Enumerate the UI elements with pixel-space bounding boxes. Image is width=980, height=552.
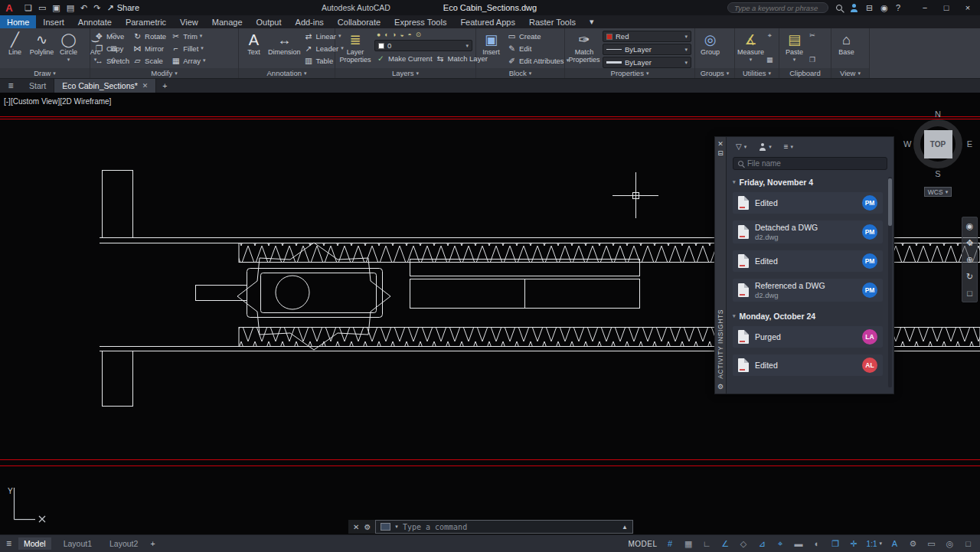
file-name-search[interactable] xyxy=(733,157,887,170)
palette-autohide-icon[interactable]: ⊟ xyxy=(717,149,724,158)
activity-item[interactable]: Referenced a DWG d2.dwg PM xyxy=(733,279,883,302)
annotation-monitor-toggle[interactable]: ▭ xyxy=(926,539,937,549)
maximize-button[interactable]: □ xyxy=(936,3,957,12)
user-account-icon[interactable] xyxy=(850,4,858,12)
base-view-tool[interactable]: ⌂Base xyxy=(834,30,859,57)
edit-block-tool[interactable]: ✎Edit xyxy=(505,42,570,54)
panel-clipboard-label[interactable]: Clipboard xyxy=(779,68,831,78)
wcs-dropdown[interactable]: WCS▾ xyxy=(924,187,952,197)
polar-tracking-toggle[interactable]: ∠ xyxy=(720,539,731,549)
object-snap-toggle[interactable]: ⌖ xyxy=(775,539,786,549)
ribbon-tab-collaborate[interactable]: Collaborate xyxy=(331,15,387,28)
command-input-field[interactable]: ▾ ▲ xyxy=(375,520,633,534)
layout1-tab[interactable]: Layout1 xyxy=(58,537,97,550)
palette-close-icon[interactable]: ✕ xyxy=(717,139,724,149)
ortho-toggle[interactable]: ∟ xyxy=(701,539,713,548)
clean-screen-button[interactable]: □ xyxy=(962,539,974,548)
ribbon-tab-home[interactable]: Home xyxy=(0,15,36,28)
create-block-tool[interactable]: ▭Create xyxy=(505,30,570,42)
ribbon-tab-view[interactable]: View xyxy=(173,15,205,28)
polyline-tool[interactable]: ∿Polyline xyxy=(29,30,54,57)
dimension-tool[interactable]: ↔Dimension xyxy=(268,30,301,57)
layout-menu-icon[interactable]: ≡ xyxy=(6,538,11,549)
layer-properties-tool[interactable]: ≣Layer Properties xyxy=(338,30,373,64)
array-tool[interactable]: ▦Array▾ xyxy=(169,54,207,67)
command-input[interactable] xyxy=(403,523,617,531)
stretch-tool[interactable]: ↔Stretch xyxy=(93,54,131,67)
activity-item[interactable]: Edited AL xyxy=(733,354,883,376)
edit-attributes-tool[interactable]: ✐Edit Attributes▾ xyxy=(505,54,570,67)
trim-tool[interactable]: ✂Trim▾ xyxy=(169,30,207,42)
showmotion-icon[interactable]: □ xyxy=(967,289,972,298)
open-file-icon[interactable]: ▭ xyxy=(38,3,46,13)
undo-icon[interactable]: ↶ xyxy=(80,3,87,13)
circle-tool[interactable]: ◯Circle▾ xyxy=(56,30,81,63)
redo-icon[interactable]: ↷ xyxy=(93,3,100,13)
view-options-dropdown[interactable]: ≡▾ xyxy=(784,142,793,151)
app-menu-button[interactable]: A xyxy=(0,0,18,15)
snap-toggle[interactable]: ▦ xyxy=(683,539,694,549)
rotate-tool[interactable]: ↻Rotate xyxy=(131,30,169,42)
activity-item[interactable]: Detached a DWG d2.dwg PM xyxy=(733,220,883,243)
tab-eco-cabin-sections[interactable]: Eco Cabin_Sections* ✕ xyxy=(54,79,156,93)
id-point-icon[interactable]: ⌖ xyxy=(766,31,773,40)
layer-on-icon[interactable]: ◓ xyxy=(408,31,412,38)
minimize-button[interactable]: − xyxy=(914,3,936,12)
panel-draw-label[interactable]: Draw▾ xyxy=(0,68,90,78)
layer-isolate-icon[interactable]: ◐ xyxy=(384,31,388,38)
new-layout-button[interactable]: + xyxy=(150,539,155,548)
ribbon-tab-output[interactable]: Output xyxy=(250,15,289,28)
plot-icon[interactable]: ▤ xyxy=(67,3,74,13)
model-tab[interactable]: Model xyxy=(18,537,51,550)
activity-item[interactable]: Edited PM xyxy=(733,250,883,272)
layer-freeze-icon[interactable]: ◑ xyxy=(392,31,396,38)
panel-block-label[interactable]: Block▾ xyxy=(476,68,564,78)
layout2-tab[interactable]: Layout2 xyxy=(104,537,143,550)
ribbon-options-caret[interactable]: ▾ xyxy=(583,15,601,28)
drawing-area[interactable]: Y [-][Custom View][2D Wireframe] N W TOP… xyxy=(0,93,980,534)
full-navigation-wheel-icon[interactable]: ◉ xyxy=(966,221,974,231)
ribbon-tab-raster-tools[interactable]: Raster Tools xyxy=(522,15,583,28)
activity-scrollbar[interactable] xyxy=(888,177,892,387)
group-tool[interactable]: ◎Group xyxy=(697,30,723,57)
panel-modify-label[interactable]: Modify▾ xyxy=(90,68,238,78)
layer-dropdown[interactable]: 0 ▾ xyxy=(374,40,472,51)
annotation-scale-dropdown[interactable]: 1:1▾ xyxy=(867,540,882,548)
pan-icon[interactable]: ✥ xyxy=(966,238,973,248)
viewcube-north[interactable]: N xyxy=(935,109,941,119)
object-color-dropdown[interactable]: Red ▾ xyxy=(603,31,691,42)
orbit-icon[interactable]: ↻ xyxy=(966,272,973,282)
notification-icon[interactable]: ◉ xyxy=(880,3,888,13)
search-icon[interactable] xyxy=(836,5,842,11)
lineweight-dropdown[interactable]: ByLayer ▾ xyxy=(603,57,691,68)
viewcube-top-face[interactable]: TOP xyxy=(924,130,952,158)
activity-item[interactable]: Edited PM xyxy=(733,192,883,214)
new-file-icon[interactable]: ❏ xyxy=(24,3,32,13)
panel-groups-label[interactable]: Groups▾ xyxy=(695,68,734,78)
object-snap-tracking-toggle[interactable]: ⊿ xyxy=(756,539,768,549)
zoom-extents-icon[interactable]: ⊕ xyxy=(966,255,973,265)
annotation-visibility-toggle[interactable]: A xyxy=(889,539,900,548)
tab-close-icon[interactable]: ✕ xyxy=(142,82,149,90)
fillet-tool[interactable]: ⌐Fillet▾ xyxy=(169,42,207,54)
panel-layers-label[interactable]: Layers▾ xyxy=(335,68,475,78)
ribbon-tab-manage[interactable]: Manage xyxy=(205,15,250,28)
match-properties-tool[interactable]: ✑Match Properties xyxy=(567,30,601,64)
viewcube-west[interactable]: W xyxy=(903,139,911,149)
workspace-switcher[interactable]: ⚙ xyxy=(907,539,919,549)
mirror-tool[interactable]: ⋈Mirror xyxy=(131,42,169,54)
lineweight-toggle[interactable]: ▬ xyxy=(793,539,805,548)
move-tool[interactable]: ✥Move xyxy=(93,30,131,42)
share-button[interactable]: ↗ Share xyxy=(107,3,140,13)
viewcube-compass-ring[interactable]: W TOP E xyxy=(913,119,962,168)
viewport-controls-label[interactable]: [-][Custom View][2D Wireframe] xyxy=(4,97,111,106)
new-drawing-tab-button[interactable]: + xyxy=(156,79,173,93)
ribbon-tab-insert[interactable]: Insert xyxy=(36,15,71,28)
paste-tool[interactable]: ▤Paste▾ xyxy=(782,30,807,63)
tab-start[interactable]: Start xyxy=(21,79,54,93)
help-icon[interactable]: ? xyxy=(896,3,900,12)
file-tabs-menu-icon[interactable]: ≡ xyxy=(0,79,21,93)
layer-walk-icon[interactable]: ⊙ xyxy=(416,31,421,38)
ribbon-tab-annotate[interactable]: Annotate xyxy=(71,15,119,28)
panel-annotation-label[interactable]: Annotation▾ xyxy=(239,68,335,78)
